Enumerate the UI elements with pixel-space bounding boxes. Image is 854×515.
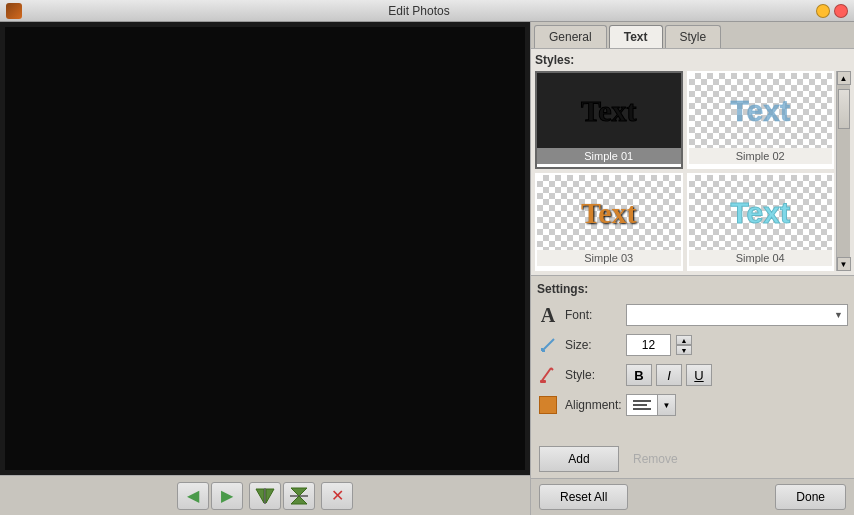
size-row: Size: ▲ ▼	[537, 334, 848, 356]
style-control: B I U	[626, 364, 848, 386]
add-button[interactable]: Add	[539, 446, 619, 472]
svg-marker-3	[291, 488, 307, 496]
back-button[interactable]: ◀	[177, 482, 209, 510]
styles-scrollbar: ▲ ▼	[836, 71, 850, 271]
tab-text[interactable]: Text	[609, 25, 663, 48]
style-item-simple02[interactable]: Text Simple 02	[687, 71, 835, 169]
size-icon	[537, 334, 559, 356]
nav-group: ◀ ▶	[177, 482, 243, 510]
window-title: Edit Photos	[22, 4, 816, 18]
styles-header: Styles:	[535, 53, 850, 67]
done-button[interactable]: Done	[775, 484, 846, 510]
alignment-icon	[537, 394, 559, 416]
size-down-button[interactable]: ▼	[676, 345, 692, 355]
style-preview-simple04: Text	[689, 175, 833, 250]
style-icon	[537, 364, 559, 386]
styles-grid: Text Simple 01 Text Simple 02	[535, 71, 836, 271]
italic-button[interactable]: I	[656, 364, 682, 386]
svg-marker-2	[266, 489, 274, 503]
minimize-button[interactable]	[816, 4, 830, 18]
style-label-simple04: Simple 04	[689, 250, 833, 266]
canvas-toolbar: ◀ ▶	[0, 475, 530, 515]
title-bar: Edit Photos	[0, 0, 854, 22]
svg-line-10	[551, 368, 553, 370]
font-control: ▼	[626, 304, 848, 326]
style-label: Style:	[565, 368, 620, 382]
style-row: Style: B I U	[537, 364, 848, 386]
flip-vertical-button[interactable]	[283, 482, 315, 510]
size-up-button[interactable]: ▲	[676, 335, 692, 345]
forward-button[interactable]: ▶	[211, 482, 243, 510]
scroll-thumb[interactable]	[838, 89, 850, 129]
font-dropdown-arrow: ▼	[834, 310, 843, 320]
footer-bar: Reset All Done	[531, 478, 854, 515]
style-item-simple03[interactable]: Text Simple 03	[535, 173, 683, 271]
svg-marker-5	[291, 496, 307, 504]
bottom-buttons: Add Remove	[531, 440, 854, 478]
font-icon: A	[537, 304, 559, 326]
tabs-container: General Text Style	[531, 22, 854, 49]
underline-button[interactable]: U	[686, 364, 712, 386]
size-control: ▲ ▼	[626, 334, 848, 356]
remove-button[interactable]: Remove	[633, 452, 678, 466]
alignment-row: Alignment: ▼	[537, 394, 848, 416]
settings-section: Settings: A Font: ▼	[531, 276, 854, 440]
bold-button[interactable]: B	[626, 364, 652, 386]
style-item-simple01[interactable]: Text Simple 01	[535, 71, 683, 169]
font-row: A Font: ▼	[537, 304, 848, 326]
delete-button[interactable]: ✕	[321, 482, 353, 510]
canvas-area: ◀ ▶	[0, 22, 530, 515]
tab-style[interactable]: Style	[665, 25, 722, 48]
alignment-dropdown-arrow[interactable]: ▼	[657, 395, 675, 415]
svg-line-6	[542, 339, 554, 351]
style-label-simple02: Simple 02	[689, 148, 833, 164]
size-input[interactable]	[626, 334, 671, 356]
styles-grid-wrapper: Text Simple 01 Text Simple 02	[535, 71, 850, 271]
style-preview-simple03: Text	[537, 175, 681, 250]
tab-general[interactable]: General	[534, 25, 607, 48]
font-select[interactable]: ▼	[626, 304, 848, 326]
style-label-simple03: Simple 03	[537, 250, 681, 266]
right-panel: General Text Style Styles: Text Simp	[530, 22, 854, 515]
font-label: Font:	[565, 308, 620, 322]
scroll-down-arrow[interactable]: ▼	[837, 257, 851, 271]
app-icon	[6, 3, 22, 19]
scroll-track	[837, 85, 850, 257]
style-preview-simple01: Text	[537, 73, 681, 148]
alignment-dropdown[interactable]: ▼	[626, 394, 676, 416]
reset-all-button[interactable]: Reset All	[539, 484, 628, 510]
close-button[interactable]	[834, 4, 848, 18]
main-container: ◀ ▶	[0, 22, 854, 515]
scroll-up-arrow[interactable]: ▲	[837, 71, 851, 85]
size-spinner: ▲ ▼	[676, 335, 692, 355]
alignment-control: ▼	[626, 394, 848, 416]
window-controls	[816, 4, 848, 18]
flip-horizontal-button[interactable]	[249, 482, 281, 510]
alignment-label: Alignment:	[565, 398, 620, 412]
style-preview-simple02: Text	[689, 73, 833, 148]
canvas-preview	[5, 27, 525, 470]
transform-group	[249, 482, 315, 510]
style-item-simple04[interactable]: Text Simple 04	[687, 173, 835, 271]
alignment-icon-inner	[627, 395, 657, 415]
styles-section: Styles: Text Simple 01 Text	[531, 49, 854, 276]
style-label-simple01: Simple 01	[537, 148, 681, 164]
size-label: Size:	[565, 338, 620, 352]
settings-header: Settings:	[537, 282, 848, 296]
svg-line-9	[541, 368, 551, 382]
svg-marker-0	[256, 489, 264, 503]
svg-rect-11	[540, 380, 546, 383]
